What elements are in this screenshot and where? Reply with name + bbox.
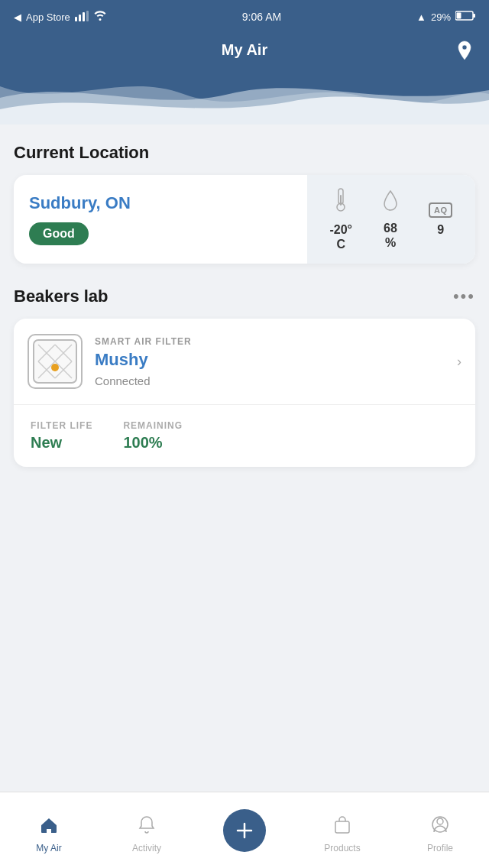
location-left: Sudbury, ON Good <box>14 175 307 264</box>
filter-life-value: New <box>31 434 92 452</box>
aq-value: 9 <box>437 222 444 237</box>
device-icon <box>28 334 83 389</box>
svg-rect-9 <box>340 195 342 206</box>
svg-rect-6 <box>456 13 461 19</box>
nav-item-my-air[interactable]: My Air <box>0 808 98 853</box>
main-content: Current Location Sudbury, ON Good -20° C <box>0 125 489 551</box>
device-card: SMART AIR FILTER Mushy Connected › FILTE… <box>14 319 475 467</box>
location-card: Sudbury, ON Good -20° C <box>14 175 475 264</box>
home-icon <box>39 815 59 840</box>
aq-metric: AQ 9 <box>429 202 453 237</box>
bell-icon <box>138 815 156 840</box>
aq-label: AQ <box>429 202 453 218</box>
nav-item-add[interactable] <box>196 809 293 852</box>
signal-icon <box>75 11 89 24</box>
more-options-button[interactable]: ••• <box>453 287 475 306</box>
battery-icon <box>455 11 475 23</box>
battery-label: 29% <box>431 11 451 23</box>
status-right: ▲ 29% <box>416 11 475 23</box>
device-chevron-icon[interactable]: › <box>457 354 461 370</box>
beakers-lab-title: Beakers lab <box>14 287 108 306</box>
air-quality-badge: Good <box>29 222 89 245</box>
device-type-label: SMART AIR FILTER <box>95 336 445 347</box>
svg-rect-3 <box>86 11 89 21</box>
nav-item-profile[interactable]: Profile <box>391 808 489 853</box>
status-left: ◀ App Store <box>14 11 107 24</box>
nav-item-activity[interactable]: Activity <box>98 808 196 853</box>
location-city: Sudbury, ON <box>29 193 292 213</box>
filter-life-section: FILTER LIFE New REMAINING 100% <box>14 405 475 467</box>
device-name: Mushy <box>95 350 445 370</box>
filter-life-stat: FILTER LIFE New <box>31 420 92 452</box>
humidity-metric: 68 % <box>382 189 399 250</box>
device-info: SMART AIR FILTER Mushy Connected <box>95 336 445 387</box>
current-location-title: Current Location <box>14 143 475 163</box>
remaining-label: REMAINING <box>123 420 183 431</box>
svg-rect-5 <box>473 14 475 18</box>
header-location-icon[interactable] <box>455 40 474 66</box>
svg-rect-0 <box>75 17 77 21</box>
bottom-nav: My Air Activity Products <box>0 792 489 868</box>
svg-rect-1 <box>79 15 81 21</box>
wave-decoration <box>0 71 489 125</box>
nav-label-activity: Activity <box>132 843 161 853</box>
nav-label-products: Products <box>324 843 360 853</box>
temperature-metric: -20° C <box>329 187 352 251</box>
temperature-value: -20° C <box>329 222 352 251</box>
svg-point-23 <box>437 818 443 824</box>
header-title: My Air <box>222 41 267 59</box>
location-metrics: -20° C 68 % AQ 9 <box>307 175 475 264</box>
remaining-stat: REMAINING 100% <box>123 420 183 452</box>
beakers-lab-header: Beakers lab ••• <box>14 287 475 306</box>
nav-label-profile: Profile <box>427 843 453 853</box>
person-icon <box>431 815 449 840</box>
wifi-icon <box>93 11 107 24</box>
svg-point-19 <box>51 364 59 371</box>
humidity-icon <box>382 189 399 216</box>
status-time: 9:06 AM <box>242 11 281 23</box>
carrier-label: App Store <box>26 11 70 23</box>
device-status: Connected <box>95 374 445 387</box>
status-bar: ◀ App Store 9:06 AM ▲ 29% <box>0 0 489 34</box>
remaining-value: 100% <box>123 434 183 452</box>
nav-item-products[interactable]: Products <box>293 808 391 853</box>
header: My Air <box>0 34 489 71</box>
back-arrow-icon: ◀ <box>14 11 21 23</box>
humidity-value: 68 % <box>384 221 397 250</box>
add-button[interactable] <box>223 809 266 852</box>
device-main[interactable]: SMART AIR FILTER Mushy Connected › <box>14 319 475 405</box>
filter-life-label: FILTER LIFE <box>31 420 92 431</box>
nav-label-my-air: My Air <box>36 843 61 853</box>
bag-icon <box>333 815 351 840</box>
thermometer-icon <box>332 187 349 218</box>
svg-rect-2 <box>83 12 85 21</box>
svg-rect-22 <box>335 821 349 833</box>
location-active-icon: ▲ <box>416 11 426 23</box>
